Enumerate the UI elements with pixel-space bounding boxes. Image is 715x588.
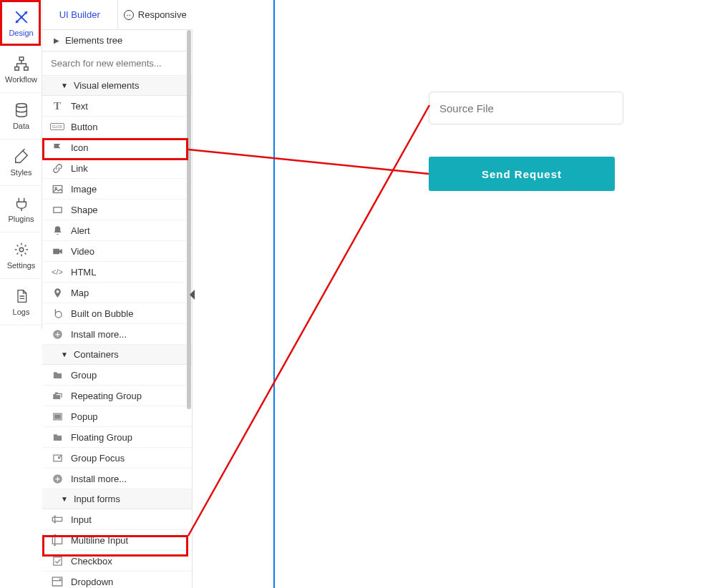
element-input[interactable]: Input — [42, 509, 192, 530]
section-containers[interactable]: ▼ Containers — [42, 345, 192, 365]
sidebar-item-styles[interactable]: Styles — [0, 139, 42, 186]
element-text[interactable]: T Text — [42, 96, 192, 117]
element-label: Alert — [71, 225, 90, 236]
element-checkbox[interactable]: Checkbox — [42, 551, 192, 572]
section-label: Containers — [74, 349, 119, 360]
folder-icon — [51, 368, 64, 381]
element-label: Floating Group — [71, 432, 132, 443]
elements-panel: ▶ Elements tree ▼ Visual elements T Text… — [42, 30, 193, 588]
svg-point-10 — [55, 311, 62, 318]
workflow-tree-icon — [13, 55, 30, 72]
element-map[interactable]: Map — [42, 283, 192, 303]
elements-tree-label: Elements tree — [65, 35, 122, 46]
plugin-icon — [13, 195, 30, 212]
element-image[interactable]: Image — [42, 179, 192, 200]
element-dropdown[interactable]: Dropdown — [42, 572, 192, 588]
section-input-forms[interactable]: ▼ Input forms — [42, 489, 192, 509]
sidebar-item-workflow[interactable]: Workflow — [0, 46, 42, 93]
panel-scrollbar[interactable] — [187, 30, 191, 409]
element-button[interactable]: CLICK Button — [42, 117, 192, 137]
design-tools-icon — [13, 9, 30, 26]
paintbrush-icon — [13, 148, 30, 165]
element-link[interactable]: Link — [42, 158, 192, 179]
tab-ui-builder[interactable]: UI Builder — [42, 0, 118, 29]
element-group-focus[interactable]: Group Focus — [42, 448, 192, 469]
plus-circle-icon — [51, 328, 64, 340]
element-label: Install more... — [71, 329, 127, 340]
sidebar-item-logs[interactable]: Logs — [0, 279, 42, 325]
element-html[interactable]: </> HTML — [42, 262, 192, 283]
link-icon — [51, 162, 64, 175]
element-label: Dropdown — [71, 577, 113, 587]
element-video[interactable]: Video — [42, 241, 192, 262]
svg-rect-16 — [52, 517, 62, 521]
tab-responsive[interactable]: ↔ Responsive — [118, 0, 193, 29]
caret-down-icon: ▼ — [61, 351, 68, 358]
element-label: Shape — [71, 205, 98, 215]
video-icon — [51, 245, 64, 258]
element-popup[interactable]: Popup — [42, 406, 192, 427]
source-file-input[interactable] — [429, 92, 623, 124]
svg-rect-0 — [19, 57, 24, 61]
editor-canvas[interactable]: Send Request — [193, 0, 715, 588]
svg-rect-1 — [14, 67, 19, 71]
element-icon[interactable]: Icon — [42, 137, 192, 158]
element-label: Button — [71, 122, 98, 132]
checkbox-icon — [51, 554, 64, 567]
send-request-button[interactable]: Send Request — [429, 157, 615, 191]
sidebar-item-label: Settings — [7, 261, 36, 270]
responsive-icon: ↔ — [124, 10, 134, 20]
sidebar-item-label: Data — [13, 122, 29, 130]
sidebar-item-label: Styles — [11, 168, 32, 177]
element-repeating-group[interactable]: Repeating Group — [42, 386, 192, 406]
element-search-row — [42, 52, 192, 76]
element-built-on-bubble[interactable]: Built on Bubble — [42, 303, 192, 324]
floating-folder-icon — [51, 431, 64, 444]
image-icon — [51, 182, 64, 195]
map-pin-icon — [51, 286, 64, 299]
element-label: Repeating Group — [71, 391, 142, 401]
plus-circle-icon — [51, 472, 64, 485]
element-install-more-visual[interactable]: Install more... — [42, 324, 192, 345]
sidebar-item-label: Logs — [13, 308, 30, 316]
svg-rect-7 — [53, 207, 61, 212]
svg-rect-18 — [53, 557, 61, 564]
element-floating-group[interactable]: Floating Group — [42, 427, 192, 448]
popup-icon — [51, 410, 64, 423]
sidebar-item-plugins[interactable]: Plugins — [0, 186, 42, 232]
element-search-input[interactable] — [49, 57, 185, 69]
panel-collapse-handle[interactable] — [190, 290, 195, 300]
flag-icon — [51, 141, 64, 154]
element-label: HTML — [71, 267, 96, 278]
section-visual-elements[interactable]: ▼ Visual elements — [42, 76, 192, 96]
section-label: Visual elements — [74, 80, 140, 91]
svg-rect-2 — [24, 67, 27, 71]
svg-rect-13 — [54, 415, 60, 418]
element-group[interactable]: Group — [42, 365, 192, 386]
elements-tree-toggle[interactable]: ▶ Elements tree — [42, 30, 192, 52]
element-label: Popup — [71, 411, 98, 422]
element-label: Icon — [71, 142, 89, 153]
svg-point-3 — [16, 104, 26, 108]
sidebar-item-settings[interactable]: Settings — [0, 232, 42, 279]
element-alert[interactable]: Alert — [42, 220, 192, 241]
input-icon — [51, 513, 64, 526]
element-label: Text — [71, 101, 88, 112]
element-install-more-containers[interactable]: Install more... — [42, 469, 192, 489]
group-focus-icon — [51, 451, 64, 464]
bell-icon — [51, 224, 64, 237]
tab-label: Responsive — [138, 9, 187, 20]
tab-label: UI Builder — [59, 9, 100, 20]
element-multiline-input[interactable]: Multiline Input — [42, 530, 192, 551]
element-label: Video — [71, 246, 94, 257]
sidebar-item-data[interactable]: Data — [0, 93, 42, 139]
svg-rect-8 — [53, 248, 59, 254]
svg-point-4 — [19, 248, 24, 252]
page-boundary-guide — [273, 0, 275, 588]
sidebar-item-label: Design — [9, 29, 33, 37]
dropdown-icon — [51, 575, 64, 588]
element-shape[interactable]: Shape — [42, 200, 192, 220]
caret-down-icon: ▼ — [61, 495, 68, 503]
sidebar-item-design[interactable]: Design — [0, 0, 42, 46]
document-icon — [13, 288, 30, 305]
